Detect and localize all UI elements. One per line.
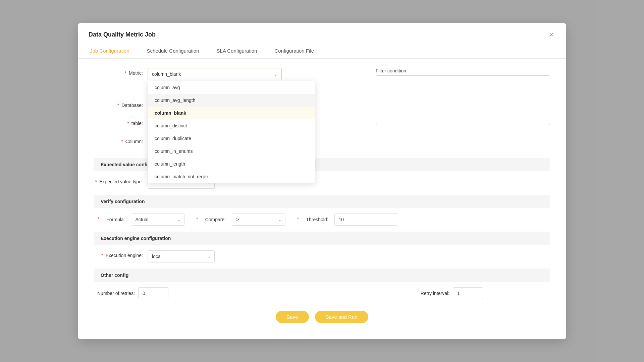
dropdown-item-column-duplicate[interactable]: column_duplicate <box>148 132 315 145</box>
tab-sla-configuration[interactable]: SLA Configuration <box>215 45 264 58</box>
metric-label: * Metric: <box>94 68 148 76</box>
dropdown-item-column-in-enums[interactable]: column_in_enums <box>148 145 315 158</box>
formula-required-star: * <box>97 217 99 223</box>
compare-select-container: > ⌄ <box>232 214 285 226</box>
retry-interval-label: Retry interval: <box>421 291 449 296</box>
execution-engine-value: local <box>152 254 162 259</box>
retry-interval-item: Retry interval: <box>421 287 550 299</box>
tab-job-configuration[interactable]: Job Configuration <box>89 45 136 58</box>
metric-select-value: column_blank <box>152 71 181 77</box>
formula-select[interactable]: Actual ⌄ <box>131 214 184 226</box>
formula-label: Formula: <box>106 217 125 222</box>
tabs-container: Job Configuration Schedule Configuration… <box>78 39 566 59</box>
database-required-star: * <box>117 103 119 108</box>
save-button[interactable]: Save <box>276 311 309 323</box>
dropdown-item-column-match-not-regex[interactable]: column_match_not_regex <box>148 170 315 183</box>
compare-required-star: * <box>196 217 198 223</box>
metric-row: * Metric: column_blank ⌄ column_avg <box>94 68 365 80</box>
column-required-star: * <box>121 139 123 144</box>
table-required-star: * <box>127 121 129 126</box>
metric-select[interactable]: column_blank ⌄ <box>148 68 282 80</box>
metric-dropdown: column_avg column_avg_length column_blan… <box>148 81 315 183</box>
threshold-required-star: * <box>297 217 299 223</box>
retries-item: Number of retries: <box>97 287 168 299</box>
other-config-section-header: Other config <box>94 268 550 282</box>
compare-select[interactable]: > ⌄ <box>232 214 285 226</box>
filter-condition-label: Filter condition: <box>376 68 550 73</box>
modal-header: Data Quality Metric Job × <box>78 23 566 39</box>
expected-value-type-label: * Expected value type: <box>94 177 148 184</box>
filter-condition-area: Filter condition: <box>376 68 550 126</box>
dropdown-item-column-length[interactable]: column_length <box>148 158 315 170</box>
formula-select-container: Actual ⌄ <box>131 214 184 226</box>
tab-schedule-configuration[interactable]: Schedule Configuration <box>146 45 206 58</box>
top-row: * Metric: column_blank ⌄ column_avg <box>94 68 550 155</box>
execution-engine-row: * Execution engine: local ⌄ <box>94 250 550 262</box>
retries-label: Number of retries: <box>97 291 135 296</box>
expected-value-required-star: * <box>95 179 97 184</box>
execution-engine-select-container: local ⌄ <box>148 250 215 262</box>
execution-engine-label: * Execution engine: <box>94 250 148 258</box>
dropdown-item-column-avg[interactable]: column_avg <box>148 81 315 94</box>
retry-interval-input[interactable] <box>453 287 483 299</box>
formula-select-value: Actual <box>135 217 148 222</box>
dropdown-item-column-distinct[interactable]: column_distinct <box>148 119 315 132</box>
execution-engine-chevron-icon: ⌄ <box>208 254 211 259</box>
close-button[interactable]: × <box>547 31 555 39</box>
modal-title: Data Quality Metric Job <box>89 31 156 38</box>
retries-input[interactable] <box>138 287 168 299</box>
left-column: * Metric: column_blank ⌄ column_avg <box>94 68 365 155</box>
compare-select-value: > <box>236 217 239 222</box>
form-body: * Metric: column_blank ⌄ column_avg <box>78 59 566 339</box>
metric-select-container: column_blank ⌄ column_avg column_avg_len… <box>148 68 282 80</box>
save-and-run-button[interactable]: Save and Run <box>315 311 368 323</box>
threshold-label: Threshold: <box>306 217 328 222</box>
execution-engine-select[interactable]: local ⌄ <box>148 250 215 262</box>
execution-section-header: Execution engine configuration <box>94 232 550 245</box>
execution-required-star: * <box>101 253 103 258</box>
compare-chevron-icon: ⌄ <box>278 217 282 222</box>
footer-buttons: Save Save and Run <box>94 303 550 333</box>
compare-label: Compare: <box>205 217 226 222</box>
table-label: * table: <box>94 118 148 126</box>
verify-section-header: Verify configuration <box>94 195 550 208</box>
threshold-input[interactable] <box>334 214 398 226</box>
metric-required-star: * <box>125 70 126 76</box>
dropdown-item-column-avg-length[interactable]: column_avg_length <box>148 94 315 107</box>
verify-row: * Formula: Actual ⌄ * Compare: > ⌄ * <box>94 214 550 226</box>
dropdown-item-column-blank[interactable]: column_blank <box>148 107 315 119</box>
tab-configuration-file[interactable]: Configuration File <box>273 45 321 58</box>
formula-chevron-icon: ⌄ <box>177 217 181 222</box>
column-label: * Column: <box>94 136 148 144</box>
metric-chevron-icon: ⌄ <box>274 71 278 77</box>
filter-condition-textarea[interactable] <box>376 75 550 125</box>
other-config-row: Number of retries: Retry interval: <box>94 287 550 299</box>
database-label: * Database: <box>94 100 148 108</box>
modal: Data Quality Metric Job × Job Configurat… <box>78 23 566 339</box>
modal-overlay: Data Quality Metric Job × Job Configurat… <box>0 0 644 362</box>
